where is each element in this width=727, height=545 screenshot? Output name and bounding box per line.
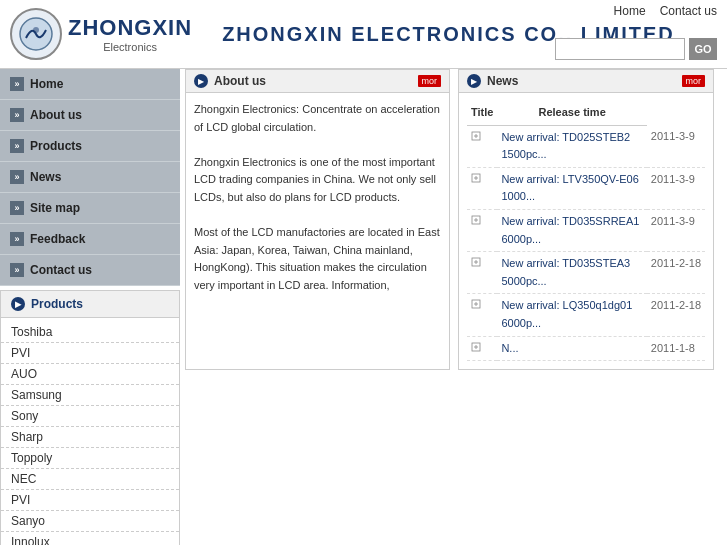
news-col-date: Release time xyxy=(497,101,646,125)
nav-item-about[interactable]: »About us xyxy=(0,100,180,131)
news-item-link[interactable]: New arrival: TD025STEB2 1500pc... xyxy=(501,131,630,161)
nav-link-feedback[interactable]: »Feedback xyxy=(0,224,180,254)
news-item-link[interactable]: New arrival: LQ350q1dg01 6000p... xyxy=(501,299,632,329)
news-title-icon: ▶ xyxy=(467,74,481,88)
go-button[interactable]: GO xyxy=(689,38,717,60)
nav-arrow-icon: » xyxy=(10,139,24,153)
news-plus-icon xyxy=(467,167,497,209)
product-item-sharp[interactable]: Sharp xyxy=(1,427,179,448)
nav-home-link[interactable]: Home xyxy=(614,4,646,18)
brand-name: ZHONGXIN xyxy=(68,15,192,41)
nav-arrow-icon: » xyxy=(10,170,24,184)
about-panel-header: ▶ About us mor xyxy=(186,70,449,93)
nav-item-sitemap[interactable]: »Site map xyxy=(0,193,180,224)
product-item-toshiba[interactable]: Toshiba xyxy=(1,322,179,343)
left-column: »Home»About us»Products»News»Site map»Fe… xyxy=(0,69,180,545)
news-row: New arrival: TD035SRREA1 6000p...2011-3-… xyxy=(467,209,705,251)
nav-item-home[interactable]: »Home xyxy=(0,69,180,100)
products-list: ToshibaPVIAUOSamsungSonySharpToppolyNECP… xyxy=(1,318,179,545)
news-item-date: 2011-3-9 xyxy=(647,209,705,251)
about-panel-body: Zhongxin Electronics: Concentrate on acc… xyxy=(186,93,449,303)
product-item-samsung[interactable]: Samsung xyxy=(1,385,179,406)
nav-arrow-icon: » xyxy=(10,201,24,215)
news-tbody: New arrival: TD025STEB2 1500pc...2011-3-… xyxy=(467,125,705,361)
news-item-date: 2011-2-18 xyxy=(647,294,705,336)
product-item-pvi[interactable]: PVI xyxy=(1,343,179,364)
news-item-link[interactable]: New arrival: LTV350QV-E06 1000... xyxy=(501,173,638,203)
nav-item-feedback[interactable]: »Feedback xyxy=(0,224,180,255)
news-item-title: New arrival: LQ350q1dg01 6000p... xyxy=(497,294,646,336)
product-item-toppoly[interactable]: Toppoly xyxy=(1,448,179,469)
content-wrapper: »Home»About us»Products»News»Site map»Fe… xyxy=(0,69,727,545)
nav-item-contact[interactable]: »Contact us xyxy=(0,255,180,286)
about-text-2: Zhongxin Electronics is one of the most … xyxy=(194,154,441,207)
header: Home Contact us ZHONGXIN Electronics ZHO… xyxy=(0,0,727,69)
brand-sub: Electronics xyxy=(68,41,192,53)
left-nav: »Home»About us»Products»News»Site map»Fe… xyxy=(0,69,180,286)
nav-arrow-icon: » xyxy=(10,263,24,277)
nav-arrow-icon: » xyxy=(10,232,24,246)
news-col-title: Title xyxy=(467,101,497,125)
news-item-date: 2011-3-9 xyxy=(647,167,705,209)
news-row: N...2011-1-8 xyxy=(467,336,705,361)
products-sidebar-title: ▶ Products xyxy=(1,291,179,318)
product-item-sony[interactable]: Sony xyxy=(1,406,179,427)
news-panel-header: ▶ News mor xyxy=(459,70,713,93)
nav-list: »Home»About us»Products»News»Site map»Fe… xyxy=(0,69,180,286)
news-plus-icon xyxy=(467,209,497,251)
news-item-date: 2011-1-8 xyxy=(647,336,705,361)
product-item-auo[interactable]: AUO xyxy=(1,364,179,385)
about-panel-title: About us xyxy=(214,74,412,88)
news-item-title: New arrival: TD035STEA3 5000pc... xyxy=(497,252,646,294)
about-title-icon: ▶ xyxy=(194,74,208,88)
search-area: GO xyxy=(555,38,717,60)
product-item-innolux[interactable]: Innolux xyxy=(1,532,179,545)
news-row: New arrival: LTV350QV-E06 1000...2011-3-… xyxy=(467,167,705,209)
news-plus-icon xyxy=(467,252,497,294)
about-more-button[interactable]: mor xyxy=(418,75,442,87)
nav-contact-link[interactable]: Contact us xyxy=(660,4,717,18)
panels-row: ▶ About us mor Zhongxin Electronics: Con… xyxy=(185,69,727,376)
product-item-nec[interactable]: NEC xyxy=(1,469,179,490)
nav-link-home[interactable]: »Home xyxy=(0,69,180,99)
nav-item-products[interactable]: »Products xyxy=(0,131,180,162)
about-panel: ▶ About us mor Zhongxin Electronics: Con… xyxy=(185,69,450,370)
news-item-date: 2011-2-18 xyxy=(647,252,705,294)
news-item-title: New arrival: TD035SRREA1 6000p... xyxy=(497,209,646,251)
nav-link-products[interactable]: »Products xyxy=(0,131,180,161)
product-item-sanyo[interactable]: Sanyo xyxy=(1,511,179,532)
news-panel-body: Title Release time New arrival: TD025STE… xyxy=(459,93,713,369)
nav-link-sitemap[interactable]: »Site map xyxy=(0,193,180,223)
news-item-link[interactable]: New arrival: TD035STEA3 5000pc... xyxy=(501,257,630,287)
product-item-pvi[interactable]: PVI xyxy=(1,490,179,511)
products-sidebar: ▶ Products ToshibaPVIAUOSamsungSonySharp… xyxy=(0,290,180,545)
brand-text: ZHONGXIN Electronics xyxy=(68,15,192,53)
news-item-link[interactable]: New arrival: TD035SRREA1 6000p... xyxy=(501,215,639,245)
news-more-button[interactable]: mor xyxy=(682,75,706,87)
svg-point-1 xyxy=(33,27,39,33)
nav-item-news[interactable]: »News xyxy=(0,162,180,193)
news-item-title: N... xyxy=(497,336,646,361)
news-item-link[interactable]: N... xyxy=(501,342,518,354)
news-table: Title Release time New arrival: TD025STE… xyxy=(467,101,705,361)
nav-arrow-icon: » xyxy=(10,77,24,91)
right-area: ▶ About us mor Zhongxin Electronics: Con… xyxy=(185,69,727,545)
products-title-icon: ▶ xyxy=(11,297,25,311)
nav-link-contact[interactable]: »Contact us xyxy=(0,255,180,285)
news-item-title: New arrival: LTV350QV-E06 1000... xyxy=(497,167,646,209)
search-input[interactable] xyxy=(555,38,685,60)
news-item-title: New arrival: TD025STEB2 1500pc... xyxy=(497,125,646,167)
news-panel: ▶ News mor Title Release time New arri xyxy=(458,69,714,370)
news-plus-icon xyxy=(467,125,497,167)
about-text-3: Most of the LCD manufactories are locate… xyxy=(194,224,441,294)
products-sidebar-label: Products xyxy=(31,297,83,311)
news-plus-icon xyxy=(467,336,497,361)
news-row: New arrival: LQ350q1dg01 6000p...2011-2-… xyxy=(467,294,705,336)
logo-area: ZHONGXIN Electronics xyxy=(10,8,192,60)
nav-link-news[interactable]: »News xyxy=(0,162,180,192)
news-row: New arrival: TD025STEB2 1500pc...2011-3-… xyxy=(467,125,705,167)
news-panel-title: News xyxy=(487,74,676,88)
news-plus-icon xyxy=(467,294,497,336)
nav-arrow-icon: » xyxy=(10,108,24,122)
nav-link-about[interactable]: »About us xyxy=(0,100,180,130)
